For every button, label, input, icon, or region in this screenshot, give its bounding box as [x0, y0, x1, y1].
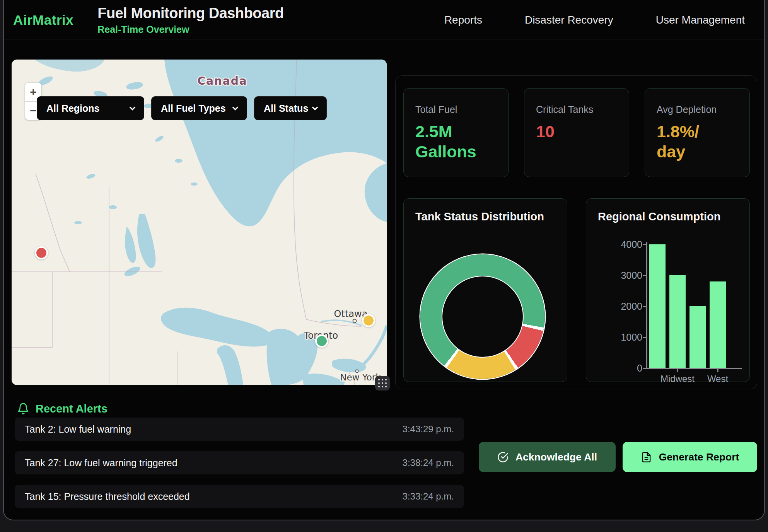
bar-chart: 4000 3000 2000 1000 0 Midwest West: [586, 199, 749, 382]
y-tick-label: 3000: [588, 270, 642, 281]
generate-report-label: Generate Report: [659, 451, 739, 463]
stat-cards: Total Fuel 2.5M Gallons Critical Tanks 1…: [403, 88, 750, 177]
file-text-icon: [641, 452, 652, 463]
alert-time: 3:43:29 p.m.: [403, 424, 454, 435]
bar-plot: [647, 244, 741, 368]
stat-label: Critical Tanks: [536, 104, 617, 115]
page-title: Fuel Monitoring Dashboard: [97, 5, 283, 22]
alert-message: Tank 15: Pressure threshold exceeded: [25, 491, 190, 502]
stat-value-line: 10: [536, 121, 617, 142]
stat-avg-depletion: Avg Depletion 1.8%/ day: [645, 88, 750, 177]
bar-x-label-1: West: [707, 373, 728, 384]
alerts-header: Recent Alerts: [17, 402, 108, 415]
chevron-down-icon: [232, 104, 239, 110]
y-tick-label: 2000: [588, 301, 642, 312]
regional-consumption-card: Regional Consumption 4000 3000 2000 1000…: [586, 198, 750, 382]
alerts-list: Tank 2: Low fuel warning 3:43:29 p.m. Ta…: [15, 418, 464, 518]
generate-report-button[interactable]: Generate Report: [623, 442, 757, 472]
bar-2: [689, 306, 706, 368]
bar-1: [669, 275, 686, 368]
region-filter-select[interactable]: All Regions: [37, 96, 144, 120]
chart-title: Tank Status Distribution: [415, 210, 555, 223]
status-filter-select[interactable]: All Status: [254, 96, 327, 120]
stat-total-fuel: Total Fuel 2.5M Gallons: [403, 88, 509, 177]
y-tick-label: 4000: [588, 239, 642, 250]
map-marker-1[interactable]: [362, 314, 375, 327]
stat-value-line: 2.5M: [415, 121, 497, 142]
bar-3: [710, 281, 726, 368]
map-marker-2[interactable]: [315, 334, 328, 348]
brand-logo: AirMatrix: [13, 12, 73, 28]
header: AirMatrix Fuel Monitoring Dashboard Real…: [4, 1, 764, 39]
bar-x-tick-0: [677, 369, 678, 372]
bar-x-label-0: Midwest: [660, 373, 695, 384]
main-nav: Reports Disaster Recovery User Managemen…: [444, 14, 745, 26]
stat-label: Total Fuel: [415, 104, 497, 115]
alert-time: 3:38:24 p.m.: [403, 457, 454, 468]
alert-time: 3:33:24 p.m.: [403, 491, 454, 502]
stat-label: Avg Depletion: [657, 104, 738, 115]
metrics-panel: Total Fuel 2.5M Gallons Critical Tanks 1…: [395, 75, 757, 389]
stat-value-line: 1.8%/: [657, 121, 738, 142]
donut-chart: [420, 254, 545, 379]
fuel-type-filter-value: All Fuel Types: [161, 103, 226, 114]
map-label-canada: Canada: [197, 75, 247, 87]
alert-row[interactable]: Tank 2: Low fuel warning 3:43:29 p.m.: [15, 418, 464, 441]
town-dot-new-york: [356, 370, 358, 373]
stat-value-line: day: [657, 142, 738, 162]
alert-message: Tank 2: Low fuel warning: [25, 424, 131, 435]
y-tick-label: 0: [588, 363, 642, 374]
acknowledge-all-label: Acknowledge All: [515, 451, 597, 463]
region-filter-value: All Regions: [46, 103, 100, 114]
status-filter-value: All Status: [264, 103, 308, 114]
alert-row[interactable]: Tank 27: Low fuel warning triggered 3:38…: [15, 451, 464, 474]
chevron-down-icon: [312, 104, 318, 110]
page-subtitle: Real-Time Overview: [97, 24, 283, 35]
app-frame: AirMatrix Fuel Monitoring Dashboard Real…: [3, 0, 765, 520]
bar-0: [649, 244, 666, 368]
town-dot-ottawa: [353, 319, 357, 323]
fuel-type-filter-select[interactable]: All Fuel Types: [151, 96, 247, 120]
nav-reports[interactable]: Reports: [444, 14, 482, 26]
map-panel[interactable]: Canada Ottawa Toronto New York + − All R…: [12, 60, 387, 385]
bell-icon: [17, 402, 29, 415]
y-tick-label: 1000: [588, 332, 642, 343]
alert-message: Tank 27: Low fuel warning triggered: [25, 457, 177, 469]
bar-x-tick-1: [717, 369, 719, 372]
alert-row[interactable]: Tank 15: Pressure threshold exceeded 3:3…: [15, 485, 464, 508]
acknowledge-all-button[interactable]: Acknowledge All: [479, 442, 616, 472]
chevron-down-icon: [130, 104, 136, 110]
map-resize-handle[interactable]: [375, 376, 390, 390]
map-filters: All Regions All Fuel Types All Status: [37, 96, 327, 120]
chart-cards: Tank Status Distribution Regional Consum…: [403, 198, 750, 382]
stat-critical-tanks: Critical Tanks 10: [524, 88, 629, 177]
map-marker-0[interactable]: [35, 246, 48, 259]
nav-disaster-recovery[interactable]: Disaster Recovery: [525, 14, 613, 26]
alerts-title: Recent Alerts: [36, 402, 108, 415]
title-block: Fuel Monitoring Dashboard Real-Time Over…: [97, 5, 283, 35]
x-axis: [644, 368, 742, 369]
nav-user-management[interactable]: User Management: [656, 14, 745, 26]
tank-status-card: Tank Status Distribution: [403, 198, 567, 382]
stat-value-line: Gallons: [415, 142, 497, 162]
check-circle-icon: [497, 452, 509, 463]
